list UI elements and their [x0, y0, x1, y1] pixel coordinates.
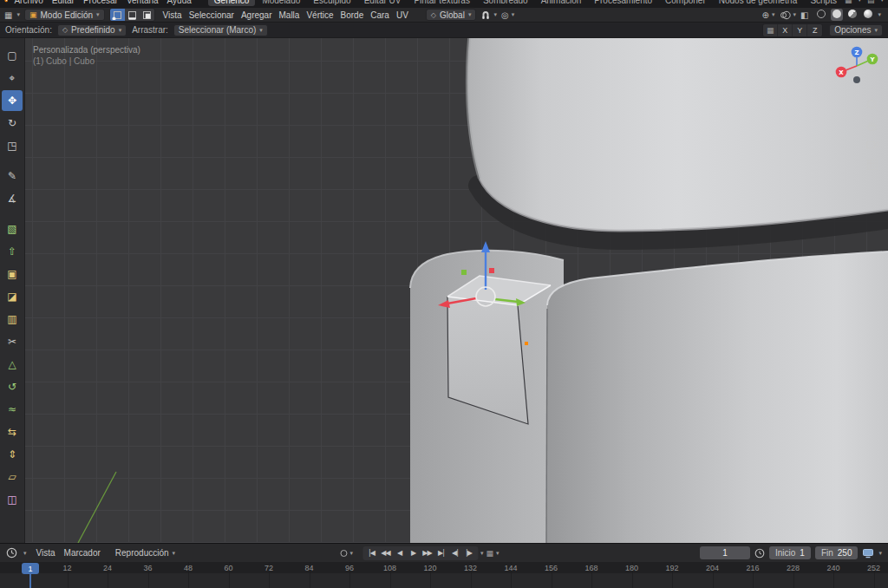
select-mode-vertex[interactable]: [110, 9, 125, 21]
viewport-menu-vertice[interactable]: Vértice: [303, 10, 336, 20]
spin-tool[interactable]: ↺: [2, 376, 23, 397]
sync-chevron-icon[interactable]: ▾: [496, 550, 500, 557]
workspace-tab-procesamiento[interactable]: Procesamiento: [588, 0, 658, 6]
viewport-menu-vista[interactable]: Vista: [160, 10, 186, 20]
viewport-menu-cara[interactable]: Cara: [367, 10, 393, 20]
workspace-tab-esculpido[interactable]: Esculpido: [307, 0, 356, 6]
display-chevron-icon[interactable]: ▾: [878, 550, 882, 557]
play-button[interactable]: ▶: [407, 547, 420, 559]
overlays-chevron-icon[interactable]: ▾: [793, 11, 797, 18]
axis-widget-icon[interactable]: ▦: [763, 24, 778, 36]
axis-x-button[interactable]: X: [778, 24, 793, 36]
shading-rendered[interactable]: [862, 9, 874, 21]
frame-forward-button[interactable]: |▶: [462, 547, 475, 559]
pan-button[interactable]: [865, 117, 880, 133]
proportional-chevron-icon[interactable]: ▾: [512, 11, 515, 18]
timeline-menu-marcador[interactable]: Marcador: [61, 548, 104, 558]
options-button[interactable]: Opciones ▾: [829, 24, 883, 36]
jump-to-start-button[interactable]: |◀: [365, 547, 378, 559]
start-frame-field[interactable]: Inicio 1: [769, 546, 811, 559]
zoom-button[interactable]: [865, 97, 880, 113]
smooth-tool[interactable]: ≈: [2, 399, 23, 420]
cylinder-mesh[interactable]: [546, 252, 888, 543]
workspace-tab-editar-uv[interactable]: Editar UV: [358, 0, 408, 6]
gizmo-z-arrowhead[interactable]: [481, 241, 490, 252]
viewport-menu-malla[interactable]: Malla: [276, 10, 304, 20]
extrude-region-tool[interactable]: ⇧: [2, 241, 23, 262]
select-box-tool[interactable]: ▢: [2, 45, 23, 66]
inset-faces-tool[interactable]: ▣: [2, 264, 23, 284]
scale-tool[interactable]: ◳: [2, 135, 23, 156]
mode-selector[interactable]: ▣ Modo Edición ▾: [24, 9, 105, 21]
rip-region-tool[interactable]: ◫: [2, 489, 23, 510]
timeline-editor-icon[interactable]: [6, 547, 17, 559]
gizmos-chevron-icon[interactable]: ▾: [772, 11, 775, 18]
scene-chevron-icon[interactable]: ▾: [858, 0, 861, 3]
record-icon[interactable]: [340, 550, 347, 557]
drag-mode-selector[interactable]: Seleccionar (Marco) ▾: [173, 24, 268, 36]
shear-tool[interactable]: ▱: [2, 467, 23, 487]
rotate-tool[interactable]: ↻: [2, 113, 23, 134]
playhead[interactable]: 1: [22, 563, 39, 574]
workspace-tab-modelado[interactable]: Modelado: [256, 0, 306, 6]
frame-back-button[interactable]: ◀|: [448, 547, 461, 559]
menu-ventana[interactable]: Ventana: [122, 0, 163, 5]
viewport-menu-seleccionar[interactable]: Seleccionar: [186, 10, 238, 20]
display-icon[interactable]: [862, 548, 874, 559]
measure-tool[interactable]: ∡: [2, 188, 23, 209]
workspace-tab-scripts[interactable]: Scripts: [804, 0, 843, 6]
edge-slide-tool[interactable]: ⇆: [2, 421, 23, 442]
gizmo-plane-y-handle[interactable]: [461, 270, 467, 275]
snap-chevron-icon[interactable]: ▾: [493, 11, 497, 18]
viewport-menu-borde[interactable]: Borde: [337, 10, 368, 20]
shading-material[interactable]: [846, 9, 859, 21]
editor-type-chevron-icon[interactable]: ▾: [16, 11, 20, 18]
shading-wireframe[interactable]: [815, 9, 827, 21]
workspace-tab-sombreado[interactable]: Sombreado: [477, 0, 534, 6]
shading-solid[interactable]: [831, 9, 843, 21]
add-cube-tool[interactable]: ▧: [2, 219, 23, 239]
workspace-tab-pintar-texturas[interactable]: Pintar texturas: [408, 0, 475, 6]
blender-logo-icon[interactable]: [4, 0, 8, 6]
workspace-tab-generico[interactable]: Genérico: [208, 0, 256, 6]
playback-menu[interactable]: Reproducción ▾: [110, 547, 180, 559]
menu-procesar[interactable]: Procesar: [79, 0, 122, 5]
timeline-editor-chevron-icon[interactable]: ▾: [23, 550, 27, 557]
jump-to-end-button[interactable]: ▶|: [434, 547, 447, 559]
shrink-fatten-tool[interactable]: ⇕: [2, 444, 23, 465]
orientation-preset-selector[interactable]: ◇ Predefinido ▾: [57, 24, 127, 36]
gizmo-neg-z-dot[interactable]: [853, 76, 860, 83]
workspace-tab-componer[interactable]: Componer: [659, 0, 712, 6]
navigation-gizmo[interactable]: Z X Y: [812, 45, 881, 102]
bevel-tool[interactable]: ◪: [2, 286, 23, 307]
scene-icon[interactable]: ▦: [845, 0, 852, 4]
next-keyframe-button[interactable]: ▶▶: [421, 547, 434, 559]
playback-sync-icon[interactable]: ▦: [486, 549, 494, 558]
view-layer-chevron-icon[interactable]: ▾: [880, 0, 884, 3]
menu-ayuda[interactable]: Ayuda: [163, 0, 196, 5]
keying-chevron-icon[interactable]: ▾: [349, 550, 353, 557]
show-gizmos-icon[interactable]: ⊕: [762, 10, 769, 20]
playhead-line[interactable]: [29, 573, 31, 588]
gizmo-plane-x-handle[interactable]: [489, 268, 494, 273]
menu-editar[interactable]: Editar: [48, 0, 79, 5]
select-mode-edge[interactable]: [125, 9, 140, 21]
loop-cut-tool[interactable]: ▥: [2, 309, 23, 330]
camera-view-button[interactable]: [865, 137, 880, 153]
proportional-edit-icon[interactable]: ◎: [501, 10, 509, 20]
timeline-menu-vista[interactable]: Vista: [33, 548, 59, 558]
menu-archivo[interactable]: Archivo: [10, 0, 47, 5]
transform-orientation-selector[interactable]: ◇ Global ▾: [426, 9, 477, 21]
timeline-ruler[interactable]: 1 12243648607284961081201321441561681801…: [0, 562, 888, 588]
viewport-menu-agregar[interactable]: Agregar: [238, 10, 276, 20]
overlays-icon[interactable]: [780, 10, 791, 20]
play-reverse-button[interactable]: ◀: [393, 547, 406, 559]
previous-keyframe-button[interactable]: ◀◀: [379, 547, 392, 559]
axis-y-button[interactable]: Y: [793, 24, 807, 36]
viewport-3d[interactable]: [0, 23, 888, 543]
view-layer-icon[interactable]: ▤: [867, 0, 875, 4]
axis-z-button[interactable]: Z: [807, 24, 822, 36]
knife-tool[interactable]: ✂: [2, 331, 23, 352]
magnet-icon[interactable]: [480, 10, 491, 20]
annotate-tool[interactable]: ✎: [2, 166, 23, 186]
